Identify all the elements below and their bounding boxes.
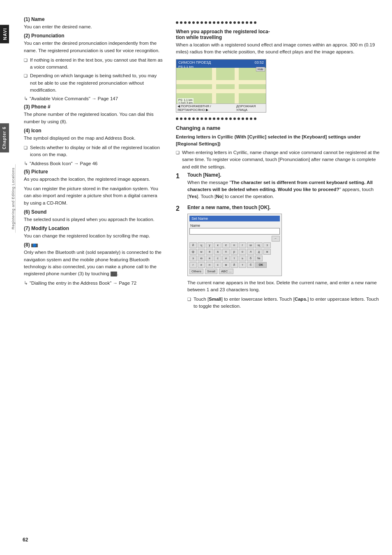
abc-button[interactable]: ABC ...	[219, 269, 233, 274]
section-modify-location: (7) Modify Location You can change the r…	[24, 226, 164, 240]
key-n2[interactable]: н	[206, 262, 213, 268]
dot	[229, 117, 232, 120]
pronunciation-bullet-1: ❑ If nothing is entered in the text box,…	[24, 57, 164, 71]
dot	[196, 117, 199, 120]
dots-divider-top	[176, 21, 380, 24]
changing-name-section: Changing a name Entering letters in Cyri…	[176, 125, 380, 312]
cyrillic-bullet: ❑ When entering letters in Cyrillic, nam…	[176, 149, 380, 170]
dot	[225, 21, 228, 24]
dot	[225, 117, 228, 120]
key-b2[interactable]: б	[247, 262, 254, 268]
tab-navi: NAVI	[0, 25, 9, 43]
key-z[interactable]: з	[263, 242, 271, 248]
map-footer: ◀ ПОРОНЯЖЕВТНЯ / ЯЕРТАНРОСЯНО ▶ ДОРОЖНАЯ…	[176, 104, 266, 112]
bt-icon: 🔵	[31, 244, 38, 247]
key-k[interactable]: к	[214, 242, 221, 248]
cyrillic-subtitle: Entering letters in Cyrillic (With [Cyri…	[176, 134, 380, 148]
dot	[209, 117, 211, 120]
dot	[217, 21, 219, 24]
checkbox-icon-2: ❑	[24, 73, 28, 94]
map-hide-button[interactable]: Hide	[256, 67, 265, 71]
section-pronunciation: (2) Pronunciation You can enter the desi…	[24, 33, 164, 102]
key-o[interactable]: о	[239, 249, 246, 255]
section-name-title: (1) Name	[24, 16, 164, 22]
section-picture: (5) Picture As you approach the location…	[24, 169, 164, 207]
key-num[interactable]: №	[255, 256, 263, 261]
keyboard-header: Set Name	[189, 216, 280, 221]
key-y[interactable]: й	[189, 242, 197, 248]
tab-registering: Registering and Editing Locations	[9, 164, 16, 233]
section-icon-title: (4) Icon	[24, 128, 164, 134]
key-f[interactable]: ф	[189, 249, 197, 255]
key-p[interactable]: п	[222, 249, 230, 255]
dot	[209, 21, 211, 24]
key-ye[interactable]: е	[222, 242, 230, 248]
ok-key[interactable]: OK	[255, 262, 267, 268]
key-s2[interactable]: с	[214, 262, 221, 268]
tab-chapter: Chapter 6	[0, 123, 9, 152]
backspace-key[interactable]: ←	[272, 236, 280, 242]
keyboard-text-input[interactable]	[189, 228, 280, 235]
arrow-icon-2: ↳	[24, 160, 28, 167]
dot	[254, 117, 256, 120]
keyboard-row-1: й ц у к е н г ш щ з	[189, 242, 280, 248]
key-t2[interactable]: т	[239, 262, 246, 268]
keyboard-bottom: Others Small ABC ...	[189, 269, 280, 274]
key-e2[interactable]: е	[198, 262, 205, 268]
dot	[250, 117, 252, 120]
dot	[213, 21, 215, 24]
others-button[interactable]: Others	[189, 269, 203, 274]
dot	[233, 117, 236, 120]
key-b[interactable]: б	[247, 256, 254, 261]
dot	[184, 117, 187, 120]
key-g[interactable]: г	[239, 242, 246, 248]
arrow-icon-3: ↳	[24, 280, 28, 287]
key-yi[interactable]: ы	[198, 249, 205, 255]
section-sound-title: (6) Sound	[24, 209, 164, 215]
key-ts[interactable]: ц	[198, 242, 205, 248]
key-i[interactable]: и	[222, 256, 230, 261]
key-d[interactable]: д	[255, 249, 263, 255]
step-1: 1 Touch [Name]. When the message "The ch…	[176, 172, 380, 200]
key-t[interactable]: т	[231, 256, 238, 261]
dot	[192, 21, 195, 24]
key-zh[interactable]: ж	[263, 249, 271, 255]
key-sh[interactable]: ш	[247, 242, 254, 248]
icon-arrow: ↳ "Address Book Icon" → Page 46	[24, 160, 164, 167]
key-y2[interactable]: й	[231, 262, 238, 268]
checkbox-icon-3: ❑	[24, 145, 28, 159]
key-l[interactable]: л	[247, 249, 254, 255]
dot	[254, 21, 256, 24]
left-column: (1) Name You can enter the desired name.…	[24, 16, 164, 539]
key-soft[interactable]: ь	[239, 256, 246, 261]
key-ya[interactable]: я	[206, 256, 213, 261]
key-r[interactable]: р	[231, 249, 238, 255]
key-s[interactable]: с	[214, 256, 221, 261]
step-2-title: Enter a new name, then touch [OK].	[187, 205, 380, 210]
key-g2[interactable]: г	[189, 262, 197, 268]
key-e[interactable]: э	[189, 256, 197, 261]
step-1-title: Touch [Name].	[187, 172, 380, 178]
key-v[interactable]: в	[206, 249, 213, 255]
section-picture-body2: You can register the picture stored in t…	[24, 185, 164, 207]
keyboard-row-4: г е н с м й т б OK	[189, 262, 280, 268]
key-u[interactable]: у	[206, 242, 213, 248]
small-button[interactable]: Small	[205, 269, 217, 274]
dot	[180, 21, 182, 24]
dot	[221, 117, 224, 120]
icon-bullet-1: ❑ Selects whether to display or hide all…	[24, 144, 164, 159]
map-road-v2	[235, 68, 239, 104]
checkbox-icon-5: ❑	[187, 296, 191, 310]
key-yu[interactable]: ю	[198, 256, 205, 261]
key-n[interactable]: н	[231, 242, 238, 248]
checkbox-icon-4: ❑	[176, 150, 180, 170]
key-shch[interactable]: щ	[255, 242, 263, 248]
map-display: СИМСОН ПРОЕЗДPS:1.1 km 03:52 Hide PS: 1.…	[176, 59, 266, 113]
section-name: (1) Name You can enter the desired name.	[24, 16, 164, 30]
key-m[interactable]: м	[222, 262, 230, 268]
section-sound-body: The selected sound is played when you ap…	[24, 216, 164, 223]
dot	[196, 21, 199, 24]
dot	[188, 21, 191, 24]
dot	[192, 117, 195, 120]
key-a[interactable]: а	[214, 249, 221, 255]
